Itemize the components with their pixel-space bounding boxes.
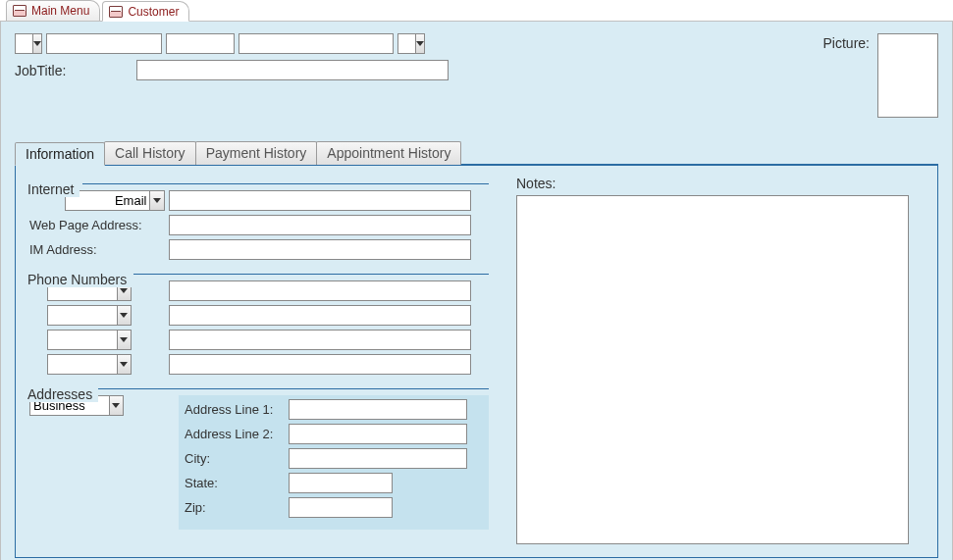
notes-block: Notes: bbox=[516, 176, 909, 547]
address-line2-label: Address Line 2: bbox=[185, 427, 289, 441]
tab-appointment-history[interactable]: Appointment History bbox=[316, 141, 461, 165]
detail-tab-control: Information Call History Payment History… bbox=[15, 141, 938, 558]
address-line1-input[interactable] bbox=[289, 399, 467, 420]
tab-payment-history[interactable]: Payment History bbox=[195, 141, 318, 165]
doc-tab-customer[interactable]: Customer bbox=[102, 1, 189, 22]
notes-textarea[interactable] bbox=[516, 195, 909, 544]
phone-type-input[interactable] bbox=[48, 355, 117, 374]
phone-value-input[interactable] bbox=[169, 280, 471, 301]
customer-form: JobTitle: Picture: Information Call Hist… bbox=[0, 22, 953, 560]
chevron-down-icon[interactable] bbox=[32, 34, 41, 53]
form-icon bbox=[13, 5, 26, 17]
web-address-input[interactable] bbox=[169, 215, 471, 235]
web-address-label: Web Page Address: bbox=[27, 218, 165, 232]
name-row bbox=[15, 33, 449, 54]
internet-legend: Internet bbox=[27, 181, 79, 197]
im-address-label: IM Address: bbox=[27, 242, 165, 257]
address-panel: Address Line 1: Address Line 2: City: St… bbox=[179, 395, 489, 530]
doc-tab-main-menu[interactable]: Main Menu bbox=[6, 0, 100, 21]
suffix-input[interactable] bbox=[398, 34, 415, 53]
picture-frame[interactable] bbox=[877, 33, 938, 118]
form-icon bbox=[109, 6, 123, 18]
city-input[interactable] bbox=[289, 448, 467, 469]
phone-type-input[interactable] bbox=[48, 331, 117, 349]
doc-tab-label: Main Menu bbox=[31, 4, 89, 18]
phone-value-input[interactable] bbox=[169, 330, 471, 350]
last-name-input[interactable] bbox=[238, 33, 394, 54]
chevron-down-icon[interactable] bbox=[117, 306, 131, 325]
state-input[interactable] bbox=[289, 473, 393, 493]
suffix-combo[interactable] bbox=[397, 33, 425, 54]
notes-label: Notes: bbox=[516, 176, 909, 191]
tab-information[interactable]: Information bbox=[15, 142, 105, 166]
address-legend: Addresses bbox=[27, 386, 98, 402]
document-tab-strip: Main Menu Customer bbox=[0, 0, 953, 22]
job-title-input[interactable] bbox=[136, 60, 449, 80]
middle-name-input[interactable] bbox=[166, 33, 235, 54]
doc-tab-label: Customer bbox=[128, 5, 179, 19]
prefix-combo[interactable] bbox=[15, 33, 42, 54]
chevron-down-icon[interactable] bbox=[415, 34, 424, 53]
chevron-down-icon[interactable] bbox=[117, 355, 131, 374]
zip-label: Zip: bbox=[185, 500, 289, 515]
phone-type-combo[interactable] bbox=[47, 354, 132, 375]
first-name-input[interactable] bbox=[46, 33, 162, 54]
phone-value-input[interactable] bbox=[169, 354, 471, 375]
phone-type-combo[interactable] bbox=[47, 330, 132, 350]
phone-legend: Phone Numbers bbox=[27, 272, 132, 287]
zip-input[interactable] bbox=[289, 497, 393, 518]
chevron-down-icon[interactable] bbox=[149, 191, 164, 210]
tab-call-history[interactable]: Call History bbox=[104, 141, 196, 165]
phone-value-input[interactable] bbox=[169, 305, 471, 326]
city-label: City: bbox=[185, 451, 289, 466]
chevron-down-icon[interactable] bbox=[109, 396, 123, 415]
email-input[interactable] bbox=[169, 190, 471, 211]
address-line2-input[interactable] bbox=[289, 424, 467, 444]
job-title-label: JobTitle: bbox=[15, 63, 66, 78]
prefix-input[interactable] bbox=[16, 34, 32, 53]
address-line1-label: Address Line 1: bbox=[185, 402, 289, 417]
im-address-input[interactable] bbox=[169, 239, 471, 260]
chevron-down-icon[interactable] bbox=[117, 331, 131, 349]
phone-type-input[interactable] bbox=[48, 306, 117, 325]
picture-label: Picture: bbox=[823, 35, 870, 51]
state-label: State: bbox=[185, 476, 289, 490]
phone-type-combo[interactable] bbox=[47, 305, 132, 326]
